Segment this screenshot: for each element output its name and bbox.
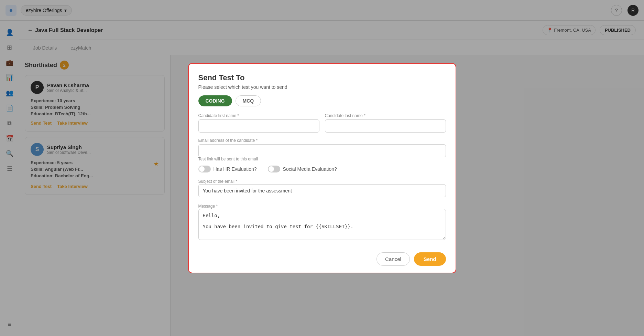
subject-input[interactable] — [198, 184, 446, 197]
first-name-group: Candidate first name * — [198, 113, 319, 133]
mcq-test-button[interactable]: MCQ — [236, 95, 261, 106]
subject-label: Subject of the email * — [198, 179, 237, 184]
toggle-row: Has HR Evaluation? Social Media Evaluati… — [198, 166, 446, 172]
last-name-group: Candidate last name * — [325, 113, 446, 133]
social-media-toggle-item: Social Media Evaluation? — [268, 166, 337, 172]
send-button[interactable]: Send — [414, 252, 446, 266]
first-name-input[interactable] — [198, 119, 319, 133]
email-label: Email address of the candidate * — [198, 138, 446, 143]
first-name-label: Candidate first name * — [198, 113, 319, 118]
modal-title: Send Test To — [198, 73, 446, 82]
coding-test-button[interactable]: CODING — [198, 95, 232, 106]
email-group: Email address of the candidate * — [198, 138, 446, 157]
subject-field: Subject of the email * — [198, 178, 446, 197]
hr-evaluation-label: Has HR Evaluation? — [214, 166, 257, 172]
send-test-modal: Send Test To Please select which test yo… — [188, 63, 456, 273]
modal-footer: Cancel Send — [198, 248, 446, 266]
message-textarea[interactable]: Hello, You have been invited to give tes… — [198, 209, 446, 240]
test-type-buttons: CODING MCQ — [198, 95, 446, 106]
last-name-label: Candidate last name * — [325, 113, 446, 118]
message-label: Message * — [198, 204, 218, 209]
social-media-label: Social Media Evaluation? — [283, 166, 337, 172]
message-field: Message * Hello, You have been invited t… — [198, 203, 446, 241]
modal-overlay: Send Test To Please select which test yo… — [0, 0, 644, 336]
social-media-toggle[interactable] — [268, 166, 280, 172]
modal-subtitle: Please select which test you want to sen… — [198, 84, 446, 90]
name-row: Candidate first name * Candidate last na… — [198, 113, 446, 133]
email-hint: Test link will be sent to this email — [198, 157, 446, 161]
last-name-input[interactable] — [325, 119, 446, 133]
cancel-button[interactable]: Cancel — [376, 252, 410, 266]
email-input[interactable] — [198, 144, 446, 157]
social-media-knob — [269, 166, 274, 172]
hr-evaluation-toggle-item: Has HR Evaluation? — [198, 166, 257, 172]
hr-evaluation-toggle[interactable] — [198, 166, 211, 172]
hr-evaluation-knob — [199, 166, 205, 172]
